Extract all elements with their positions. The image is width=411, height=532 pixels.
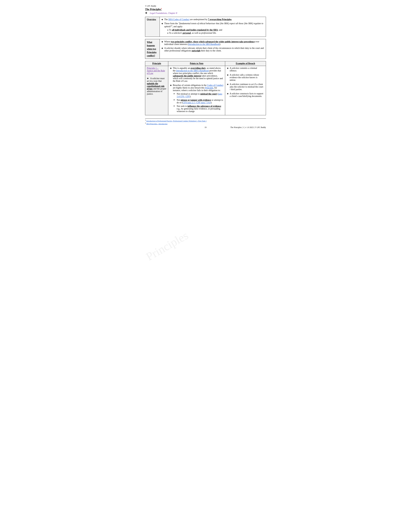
copyright: © LPC Buddy	[145, 5, 266, 7]
overview-bullet-1: ❖ The SRA Codes of Conduct are underpinn…	[161, 18, 264, 21]
overview-text-2: These form the "fundamental tenets of et…	[164, 22, 263, 28]
overview-text-1: The SRA Codes of Conduct are underpinned…	[164, 18, 232, 21]
example-1: ❖ A solicitor commits a criminal offence…	[227, 67, 264, 72]
example-4: ❖ A solicitor constructs facts to suppor…	[227, 92, 264, 97]
principle-1-link[interactable]: Principle 1 –Justice and the Rule of Law	[147, 67, 165, 75]
obligation-1: Not mislead or attempt to mislead the co…	[173, 93, 223, 98]
diamond-icon-ex4: ❖	[227, 93, 229, 95]
obligation-2: Not misuse or tamper with evidence or at…	[173, 99, 223, 104]
diamond-icon-ex2: ❖	[227, 74, 229, 76]
diamond-icon-ex3: ❖	[227, 83, 229, 86]
footer-right: The Principles | 1 | v 1.0 2023 | © LPC …	[230, 126, 266, 129]
principle-link-inline[interactable]: Principle	[205, 86, 213, 89]
page-number: 19	[205, 126, 206, 129]
diamond-icon-p1: ❖	[147, 77, 149, 80]
sra-handbook-link[interactable]: Introduction to the SRA Handbook	[188, 43, 220, 46]
codes-of-conduct-link[interactable]: Codes of Conduct	[207, 84, 223, 86]
overview-label: Overview	[145, 17, 160, 37]
footnote-1-link[interactable]: Introduction to Professional Practice, P…	[146, 120, 207, 122]
diamond-icon-3: ❖	[161, 41, 163, 43]
col-header-principle: Principle	[145, 61, 168, 66]
overview-table: Overview ❖ The SRA Codes of Conduct are …	[145, 17, 266, 37]
diamond-icon-2: ❖	[161, 22, 163, 25]
example-2: ❖ A solicitor calls a witness whose evid…	[227, 74, 264, 81]
obligation-3: Not seek to influence the substance of e…	[173, 105, 223, 113]
what-label: What happens when two Principles conflic…	[145, 39, 160, 59]
point-bullet-2: ❖ Breaches of certain obligations in the…	[170, 84, 223, 114]
page-title: The Principles1	[145, 8, 266, 11]
what-happens-table: What happens when two Principles conflic…	[145, 39, 266, 59]
what-content: ❖ Where two principles conflict, those w…	[160, 39, 266, 59]
diamond-icon-pt2: ❖	[170, 84, 172, 87]
overview-arrow-1: To all individuals and bodies regulated …	[167, 29, 264, 31]
page-footer: The Principles | 1 | v 1.0 2023 | © LPC …	[145, 126, 266, 129]
principle-1-body: ❖ A solicitor must act in a way that uph…	[147, 77, 167, 95]
col-header-points: Points to Note	[168, 61, 225, 66]
obligation-list: Not mislead or attempt to mislead the co…	[173, 93, 223, 113]
principle-1-cell: Principle 1 –Justice and the Rule of Law…	[145, 66, 168, 115]
cfs-para-link[interactable]: CFS para 2.1 / CFF para 7.1(a)	[183, 101, 211, 104]
overview-bullet-2: ❖ These form the "fundamental tenets of …	[161, 22, 264, 35]
footnote-2: 2 SRA Principles - Introduction	[145, 122, 266, 125]
point-bullet-1: ❖ This is arguably an overriding duty; a…	[170, 67, 223, 82]
sra-codes-link[interactable]: SRA Codes of Conduct	[168, 18, 189, 21]
overview-arrow-2: To a solicitor's personal, as well as pr…	[167, 32, 264, 34]
sra-handbook-link-2[interactable]: Introduction to the SRA's Handbook	[176, 69, 209, 72]
principles-table: Principle Points to Note Examples of Bre…	[145, 61, 266, 115]
footnote-1: 1 Introduction to Professional Practice,…	[145, 119, 266, 122]
diamond-icon-pt1: ❖	[170, 67, 172, 70]
examples-1-cell: ❖ A solicitor commits a criminal offence…	[225, 66, 266, 115]
footnote-2-link[interactable]: SRA Principles - Introduction	[146, 123, 168, 125]
diamond-icon-ex1: ❖	[227, 67, 229, 70]
chapter-link[interactable]: Legal Foundations, Chapter 8	[150, 12, 177, 14]
points-1-cell: ❖ This is arguably an overriding duty; a…	[168, 66, 225, 115]
overview-content: ❖ The SRA Codes of Conduct are underpinn…	[160, 17, 266, 37]
chapter-bullet: ❖	[145, 12, 147, 14]
what-bullet-1: ❖ Where two principles conflict, those w…	[161, 40, 264, 46]
col-header-examples: Examples of Breach	[225, 61, 266, 66]
what-bullet-2: ❖ A solicitor should, where relevant, in…	[161, 47, 264, 52]
footnotes: 1 Introduction to Professional Practice,…	[145, 118, 266, 125]
diamond-icon-4: ❖	[161, 47, 163, 50]
example-3: ❖ A solicitor continues to act if a clie…	[227, 83, 264, 91]
diamond-icon: ❖	[161, 18, 163, 21]
